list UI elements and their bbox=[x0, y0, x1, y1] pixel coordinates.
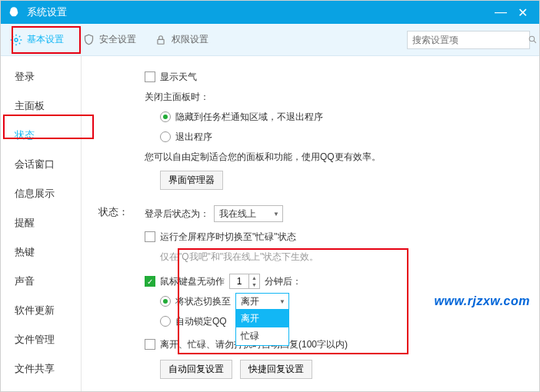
gear-icon bbox=[10, 34, 22, 46]
label-close-exit: 退出程序 bbox=[175, 131, 212, 144]
radio-idle-switch[interactable] bbox=[160, 296, 171, 307]
select-login-status[interactable]: 我在线上▼ bbox=[214, 205, 283, 222]
label-fullscreen-busy: 运行全屏程序时切换至"忙碌"状态 bbox=[160, 231, 296, 244]
section-status-label: 状态： bbox=[98, 204, 145, 219]
checkbox-idle[interactable]: ✓ bbox=[145, 276, 155, 287]
sidebar-item-av[interactable]: 音视频通话 bbox=[1, 384, 81, 391]
sidebar-item-login[interactable]: 登录 bbox=[1, 62, 81, 91]
idle-status-dropdown: 离开 忙碌 bbox=[235, 310, 289, 346]
radio-idle-lock[interactable] bbox=[160, 316, 171, 327]
stepper-down-icon[interactable]: ▼ bbox=[249, 281, 259, 288]
sidebar-item-sound[interactable]: 声音 bbox=[1, 267, 81, 296]
radio-close-hide[interactable] bbox=[160, 111, 171, 122]
svg-line-3 bbox=[534, 41, 536, 43]
sidebar-item-share[interactable]: 文件共享 bbox=[1, 354, 81, 384]
label-idle-suffix: 分钟后： bbox=[265, 275, 302, 288]
shield-icon bbox=[82, 34, 95, 46]
sidebar-item-hotkeys[interactable]: 热键 bbox=[1, 238, 81, 267]
label-close-hide: 隐藏到任务栏通知区域，不退出程序 bbox=[175, 111, 323, 124]
idle-minutes-stepper[interactable]: ▲▼ bbox=[229, 274, 260, 289]
auto-reply-button[interactable]: 自动回复设置 bbox=[160, 360, 232, 379]
sidebar-item-chatwin[interactable]: 会话窗口 bbox=[1, 150, 81, 179]
tab-permission-label: 权限设置 bbox=[172, 33, 208, 46]
select-idle-status[interactable]: 离开▼ bbox=[235, 293, 289, 310]
search-input[interactable] bbox=[412, 35, 528, 45]
svg-point-2 bbox=[529, 36, 535, 42]
search-icon bbox=[528, 35, 538, 45]
radio-close-exit[interactable] bbox=[160, 131, 171, 142]
label-customize-note: 您可以自由定制适合您的面板和功能，使用QQ更有效率。 bbox=[145, 151, 381, 164]
content-pane: 显示天气 关闭主面板时： 隐藏到任务栏通知区域，不退出程序 退出程序 您可以自由… bbox=[82, 56, 539, 391]
minimize-button[interactable]: — bbox=[490, 5, 512, 19]
chevron-down-icon: ▼ bbox=[279, 298, 285, 305]
sidebar: 登录 主面板 状态 会话窗口 信息展示 提醒 热键 声音 软件更新 文件管理 文… bbox=[1, 56, 82, 391]
tabbar: 基本设置 安全设置 权限设置 bbox=[1, 24, 539, 56]
tab-security-label: 安全设置 bbox=[99, 33, 136, 46]
label-idle-switch: 将状态切换至 bbox=[175, 295, 231, 308]
window-title: 系统设置 bbox=[27, 5, 490, 19]
stepper-up-icon[interactable]: ▲ bbox=[249, 274, 259, 281]
tab-permission[interactable]: 权限设置 bbox=[155, 33, 208, 46]
tab-basic[interactable]: 基本设置 bbox=[10, 33, 64, 46]
checkbox-fullscreen-busy[interactable] bbox=[145, 231, 155, 242]
note-fullscreen: 仅在"Q我吧"和"我在线上"状态下生效。 bbox=[160, 251, 318, 264]
titlebar: 系统设置 — ✕ bbox=[1, 1, 539, 24]
sidebar-item-update[interactable]: 软件更新 bbox=[1, 296, 81, 325]
idle-status-option-away[interactable]: 离开 bbox=[236, 310, 288, 327]
checkbox-away-autoreply[interactable] bbox=[145, 339, 155, 350]
sidebar-item-status[interactable]: 状态 bbox=[1, 121, 81, 150]
sidebar-item-files[interactable]: 文件管理 bbox=[1, 325, 81, 354]
svg-rect-1 bbox=[158, 39, 164, 44]
tab-basic-label: 基本设置 bbox=[27, 33, 64, 46]
label-idle-prefix: 鼠标键盘无动作 bbox=[160, 275, 225, 288]
label-idle-lock: 自动锁定QQ bbox=[175, 315, 227, 328]
app-logo-icon bbox=[7, 5, 21, 19]
chevron-down-icon: ▼ bbox=[273, 211, 279, 218]
sidebar-item-infodisplay[interactable]: 信息展示 bbox=[1, 179, 81, 208]
label-close-panel: 关闭主面板时： bbox=[145, 91, 209, 104]
close-button[interactable]: ✕ bbox=[512, 5, 533, 20]
lock-icon bbox=[155, 34, 167, 46]
sidebar-item-mainpanel[interactable]: 主面板 bbox=[1, 91, 81, 121]
idle-minutes-input[interactable] bbox=[230, 274, 248, 288]
sidebar-item-alerts[interactable]: 提醒 bbox=[1, 208, 81, 238]
label-show-weather: 显示天气 bbox=[160, 71, 197, 84]
svg-point-0 bbox=[15, 38, 18, 42]
idle-status-option-busy[interactable]: 忙碌 bbox=[236, 327, 288, 345]
panel-manager-button[interactable]: 界面管理器 bbox=[160, 171, 223, 190]
quick-reply-button[interactable]: 快捷回复设置 bbox=[240, 360, 312, 379]
tab-security[interactable]: 安全设置 bbox=[82, 33, 136, 46]
label-login-status: 登录后状态为： bbox=[145, 208, 209, 221]
checkbox-show-weather[interactable] bbox=[145, 71, 155, 82]
search-box[interactable] bbox=[407, 31, 530, 49]
